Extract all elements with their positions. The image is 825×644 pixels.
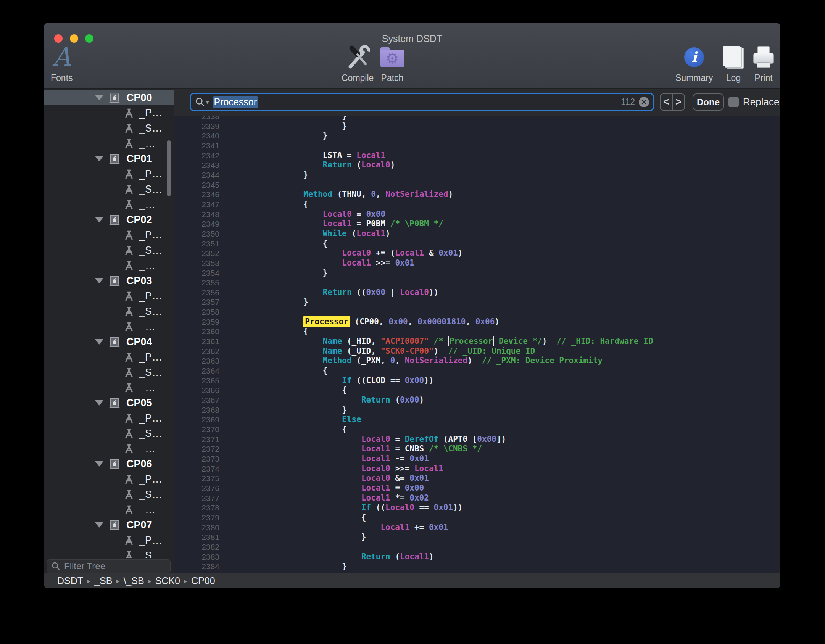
find-previous-button[interactable]: < bbox=[661, 94, 673, 110]
tree-child-item[interactable]: _P… bbox=[44, 533, 174, 548]
tree-child-label: _P… bbox=[139, 412, 162, 424]
tree-child-item[interactable]: _S… bbox=[44, 304, 174, 319]
tree-node-cp00[interactable]: CP00 bbox=[44, 90, 174, 105]
line-number: 2359 bbox=[174, 317, 219, 327]
line-number: 2372 bbox=[174, 444, 219, 454]
tree-node-cp04[interactable]: CP04 bbox=[44, 334, 174, 349]
breadcrumb-item[interactable]: SCK0 bbox=[155, 575, 180, 586]
tree-child-item[interactable]: _S… bbox=[44, 426, 174, 441]
code-line: 2352 Local0 += (Local1 & 0x01) bbox=[174, 248, 780, 258]
tree-node-cp03[interactable]: CP03 bbox=[44, 273, 174, 288]
tree-child-item[interactable]: _P… bbox=[44, 288, 174, 304]
find-search-field[interactable]: ▾ Processor 112 ✕ bbox=[190, 93, 654, 111]
filter-tree-field[interactable] bbox=[47, 559, 171, 573]
tree-node-cp01[interactable]: CP01 bbox=[44, 151, 174, 166]
disclosure-triangle-icon[interactable] bbox=[95, 522, 103, 528]
code-line: 2360 { bbox=[174, 327, 780, 336]
disclosure-triangle-icon[interactable] bbox=[95, 400, 103, 406]
tree-child-item[interactable]: _… bbox=[44, 136, 174, 151]
tree-child-item[interactable]: _S… bbox=[44, 487, 174, 502]
tree-node-cp06[interactable]: CP06 bbox=[44, 456, 174, 472]
tree-child-item[interactable]: _S… bbox=[44, 548, 174, 558]
tree-child-item[interactable]: _S… bbox=[44, 365, 174, 380]
line-number: 2368 bbox=[174, 405, 219, 415]
tree-child-item[interactable]: _S… bbox=[44, 243, 174, 258]
tree-child-item[interactable]: _… bbox=[44, 197, 174, 212]
disclosure-triangle-icon[interactable] bbox=[95, 95, 103, 100]
replace-checkbox[interactable] bbox=[728, 97, 739, 107]
tree-child-label: _… bbox=[139, 443, 155, 455]
tree-child-item[interactable]: _P… bbox=[44, 166, 174, 182]
line-number: 2363 bbox=[174, 356, 219, 366]
breadcrumb-item[interactable]: \_SB bbox=[123, 575, 144, 586]
tree-child-item[interactable]: _P… bbox=[44, 411, 174, 426]
disclosure-triangle-icon[interactable] bbox=[95, 217, 103, 222]
line-number: 2351 bbox=[174, 239, 219, 249]
tree-child-item[interactable]: _P… bbox=[44, 349, 174, 365]
method-a-icon bbox=[123, 245, 135, 256]
line-number: 2344 bbox=[174, 170, 219, 180]
code-text: Local1 = P0BM /* \P0BM */ bbox=[265, 219, 443, 229]
tree-child-item[interactable]: _… bbox=[44, 319, 174, 334]
code-text: Local0 >>= Local1 bbox=[265, 464, 443, 474]
search-options-chevron-icon[interactable]: ▾ bbox=[206, 99, 209, 106]
disclosure-triangle-icon[interactable] bbox=[95, 461, 103, 467]
breadcrumb-item[interactable]: CP00 bbox=[191, 575, 215, 586]
disclosure-triangle-icon[interactable] bbox=[95, 156, 103, 161]
log-pages-icon bbox=[722, 46, 744, 69]
tree-child-item[interactable]: _… bbox=[44, 258, 174, 273]
code-line: 2361 Name (_HID, "ACPI0007" /* Processor… bbox=[174, 336, 780, 346]
tree-child-item[interactable]: _S… bbox=[44, 121, 174, 136]
summary-button[interactable]: i Summary bbox=[675, 43, 713, 83]
tree-child-label: _… bbox=[139, 138, 155, 150]
print-button[interactable]: Print bbox=[752, 43, 775, 83]
line-number: 2376 bbox=[174, 483, 219, 493]
tree-node-cp07[interactable]: CP07 bbox=[44, 517, 174, 533]
code-text: Local1 *= 0x02 bbox=[265, 493, 429, 503]
breadcrumb-item[interactable]: DSDT bbox=[57, 575, 83, 586]
find-next-button[interactable]: > bbox=[673, 94, 684, 110]
tree-child-label: _S… bbox=[139, 122, 162, 134]
line-number: 2366 bbox=[174, 385, 219, 395]
line-number: 2373 bbox=[174, 454, 219, 464]
sidebar-scrollbar[interactable] bbox=[167, 140, 171, 196]
breadcrumb-item[interactable]: _SB bbox=[94, 575, 112, 586]
code-editor[interactable]: 2338 }2339 }2340 }23412342 LSTA = Local1… bbox=[174, 116, 780, 573]
log-button[interactable]: Log bbox=[722, 43, 744, 83]
tree-child-label: _S… bbox=[139, 245, 162, 256]
tree-node-cp02[interactable]: CP02 bbox=[44, 212, 174, 227]
code-line: 2344 } bbox=[174, 170, 780, 180]
breadcrumb: DSDT▸_SB▸\_SB▸SCK0▸CP00 bbox=[44, 573, 780, 588]
code-line: 2355 bbox=[174, 278, 780, 288]
code-text: } bbox=[265, 562, 347, 572]
method-a-icon bbox=[123, 352, 135, 362]
patch-button[interactable]: ⚙ Patch bbox=[380, 43, 404, 83]
filter-tree-input[interactable] bbox=[63, 560, 160, 572]
search-query-text[interactable]: Processor bbox=[213, 96, 258, 108]
tree-child-item[interactable]: _P… bbox=[44, 105, 174, 121]
tree-child-label: _… bbox=[139, 260, 155, 272]
code-text: Return (Local1) bbox=[265, 552, 434, 562]
code-line: 2350 While (Local1) bbox=[174, 229, 780, 239]
fonts-button[interactable]: A Fonts bbox=[51, 43, 73, 83]
tree-child-label: _S… bbox=[139, 489, 162, 501]
tree-child-item[interactable]: _… bbox=[44, 441, 174, 456]
tree-node-cp05[interactable]: CP05 bbox=[44, 395, 174, 411]
disclosure-triangle-icon[interactable] bbox=[95, 278, 103, 283]
done-button[interactable]: Done bbox=[693, 93, 724, 111]
method-a-icon bbox=[123, 138, 135, 149]
code-line: 2357 } bbox=[174, 297, 780, 307]
tree-child-item[interactable]: _P… bbox=[44, 472, 174, 487]
clear-search-button[interactable]: ✕ bbox=[639, 97, 649, 107]
disclosure-triangle-icon[interactable] bbox=[95, 339, 103, 345]
line-number: 2354 bbox=[174, 268, 219, 278]
code-text: Method (_PXM, 0, NotSerialized) // _PXM:… bbox=[265, 356, 603, 366]
compile-button[interactable]: Compile bbox=[342, 43, 374, 83]
line-number: 2356 bbox=[174, 288, 219, 298]
tree-child-item[interactable]: _… bbox=[44, 502, 174, 517]
tree-child-item[interactable]: _… bbox=[44, 380, 174, 395]
tree-child-item[interactable]: _P… bbox=[44, 227, 174, 243]
editor-pane: ▾ Processor 112 ✕ < > Done Replace 2338 bbox=[174, 89, 780, 573]
method-a-icon bbox=[123, 443, 135, 454]
tree-child-item[interactable]: _S… bbox=[44, 182, 174, 197]
